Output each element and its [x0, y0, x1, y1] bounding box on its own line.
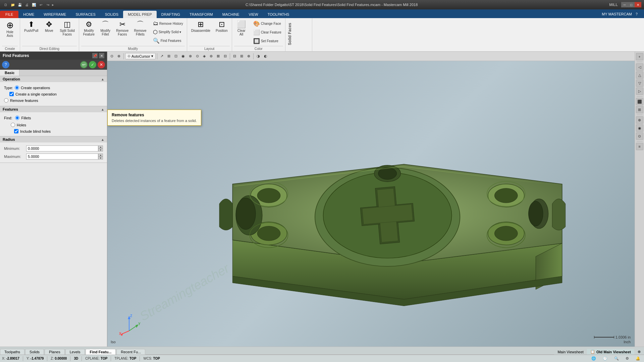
rt-btn-9[interactable]: ⊙	[636, 132, 643, 140]
maximum-input[interactable]	[26, 154, 98, 160]
vp-snap-5[interactable]: ⊗	[187, 53, 194, 59]
change-face-button[interactable]: 🎨 Change Face	[252, 19, 283, 28]
status-alert-btn[interactable]: 🔔	[634, 355, 642, 362]
tab-levels[interactable]: Levels	[65, 349, 85, 355]
tab-drafting[interactable]: DRAFTING	[157, 11, 185, 18]
viewsheet-add[interactable]: ⊕	[634, 349, 644, 355]
remove-faces-button[interactable]: ✂ RemoveFaces	[114, 19, 130, 38]
save-btn[interactable]: 💾	[17, 2, 23, 8]
vp-snap-4[interactable]: ◉	[180, 53, 186, 59]
panel-ok-button[interactable]: ✓	[89, 61, 96, 68]
remove-history-button[interactable]: 🗂 Remove History	[151, 19, 185, 27]
holes-label[interactable]: Holes	[11, 122, 26, 128]
rt-btn-4[interactable]: ▷	[636, 87, 643, 95]
tab-solids[interactable]: Solids	[25, 349, 44, 355]
tab-solids[interactable]: SOLIDS	[100, 11, 123, 18]
minimum-spin-up[interactable]: ▲	[98, 145, 103, 148]
position-button[interactable]: ⊡ Position	[214, 19, 230, 34]
radius-section-header[interactable]: Radius ▲	[0, 136, 107, 142]
fillets-radio[interactable]	[15, 116, 19, 120]
my-mastercam[interactable]: MY MASTERCAM ?	[597, 10, 644, 18]
viewport[interactable]: ⊙ ⊕ ⊹ AutoCursor ▾ ↗ ⊞ ⊡ ◉ ⊗ ⊙ ◈ ⊛ ⊠ ⊟ ⊟…	[107, 52, 635, 347]
vp-snap-10[interactable]: ⊟	[222, 53, 228, 59]
vp-tool-2[interactable]: ⊕	[116, 53, 122, 59]
vp-tool-1[interactable]: ⊙	[109, 53, 115, 59]
tab-file[interactable]: FILE	[0, 11, 18, 18]
clear-all-button[interactable]: ⬜ ClearAll	[234, 19, 249, 38]
print-btn[interactable]: 🖨	[24, 2, 30, 8]
tab-home[interactable]: HOME	[18, 11, 39, 18]
panel-pin-button[interactable]: 📌	[92, 53, 98, 58]
close-button[interactable]: ✕	[635, 2, 641, 7]
open-btn[interactable]: 📁	[10, 2, 16, 8]
panel-help-button[interactable]: ?	[2, 61, 9, 68]
hole-axis-button[interactable]: ⊕ HoleAxis	[3, 19, 17, 39]
simplify-solid-button[interactable]: ⬡ Simplify Solid ▾	[151, 28, 185, 36]
status-world-btn[interactable]: 🌐	[590, 355, 598, 362]
vp-display-1[interactable]: ◑	[255, 53, 262, 59]
blind-holes-label[interactable]: Include blind holes	[14, 128, 103, 134]
tab-model-prep[interactable]: MODEL PREP	[123, 11, 157, 18]
remove-features-label[interactable]: Remove features	[4, 98, 38, 103]
tab-toolpaths[interactable]: Toolpaths	[0, 349, 24, 355]
create-operations-label[interactable]: Create operations	[15, 85, 50, 90]
remove-fillets-button[interactable]: ⌒ RemoveFillets	[132, 19, 148, 38]
tab-surfaces[interactable]: SURFACES	[71, 11, 100, 18]
status-settings-btn[interactable]: ⚙	[624, 355, 631, 362]
rt-btn-6[interactable]: ⊞	[636, 106, 643, 113]
rt-btn-3[interactable]: ▽	[636, 79, 643, 87]
clear-feature-button[interactable]: ⬜ Clear Feature	[252, 28, 283, 37]
vp-snap-8[interactable]: ⊛	[208, 53, 214, 59]
disassemble-button[interactable]: ⊞ Disassemble	[189, 19, 212, 34]
rt-btn-5[interactable]: ⬛	[636, 98, 643, 105]
new-btn[interactable]: 🗋	[3, 2, 9, 8]
minimum-input[interactable]	[26, 145, 98, 152]
maximize-button[interactable]: □	[628, 2, 635, 7]
split-solid-faces-button[interactable]: ◫ Split SolidFaces	[58, 19, 76, 38]
modify-feature-button[interactable]: ⚙ ModifyFeature	[81, 19, 97, 38]
status-search-btn[interactable]: 🔍	[612, 355, 621, 362]
move-button[interactable]: ✥ Move	[42, 19, 56, 34]
modify-fillet-button[interactable]: ⌒ ModifyFillet	[98, 19, 113, 38]
vp-snap-2[interactable]: ⊞	[166, 53, 172, 59]
tab-planes[interactable]: Planes	[45, 349, 65, 355]
status-clock-btn[interactable]: 🕐	[601, 355, 609, 362]
push-pull-button[interactable]: ⬆ Push/Pull	[22, 19, 40, 34]
vp-snap-1[interactable]: ↗	[159, 53, 165, 59]
vp-view-1[interactable]: ⊟	[231, 53, 238, 59]
vp-snap-3[interactable]: ⊡	[173, 53, 179, 59]
maximum-spin-up[interactable]: ▲	[98, 154, 103, 157]
rt-btn-2[interactable]: △	[636, 71, 643, 79]
panel-close-button[interactable]: ✕	[99, 53, 104, 58]
tab-machine[interactable]: MACHINE	[218, 11, 244, 18]
vp-snap-7[interactable]: ◈	[201, 53, 207, 59]
rt-btn-7[interactable]: ⊕	[636, 116, 643, 124]
redo-btn[interactable]: ↪	[45, 2, 51, 8]
panel-back-button[interactable]: ↩	[80, 61, 88, 68]
maximum-spin-down[interactable]: ▼	[98, 157, 103, 160]
tab-toolpaths[interactable]: TOOLPATHS	[263, 11, 294, 18]
holes-radio[interactable]	[11, 123, 15, 127]
fillets-label[interactable]: Fillets	[15, 115, 31, 121]
vp-snap-6[interactable]: ⊙	[194, 53, 201, 59]
find-features-button[interactable]: 🔍 Find Features	[151, 37, 185, 45]
analyze-btn[interactable]: 📊	[31, 2, 37, 8]
rt-btn-1[interactable]: ◁	[636, 63, 643, 71]
panel-cancel-button[interactable]: ✕	[98, 61, 105, 68]
minimum-spin-down[interactable]: ▼	[98, 148, 103, 152]
undo-btn[interactable]: ↩	[38, 2, 44, 8]
autocursor-dropdown[interactable]: ⊹ AutoCursor ▾	[125, 53, 156, 59]
vp-view-2[interactable]: ⊞	[238, 53, 245, 59]
tab-view[interactable]: VIEW	[244, 11, 263, 18]
operation-section-header[interactable]: Operation ▲	[0, 76, 107, 82]
vp-view-3[interactable]: ⊕	[246, 53, 252, 59]
blind-holes-checkbox[interactable]	[14, 129, 18, 133]
single-operation-label[interactable]: Create a single operation	[9, 92, 57, 96]
create-operations-radio[interactable]	[15, 85, 19, 90]
tab-wireframe[interactable]: WIREFRAME	[39, 11, 71, 18]
remove-features-radio[interactable]	[4, 98, 8, 103]
single-operation-checkbox[interactable]	[9, 92, 14, 96]
vp-snap-9[interactable]: ⊠	[215, 53, 221, 59]
vp-display-2[interactable]: ◐	[262, 53, 269, 59]
main-viewsheet-tab[interactable]: Main Viewsheet	[554, 349, 587, 355]
